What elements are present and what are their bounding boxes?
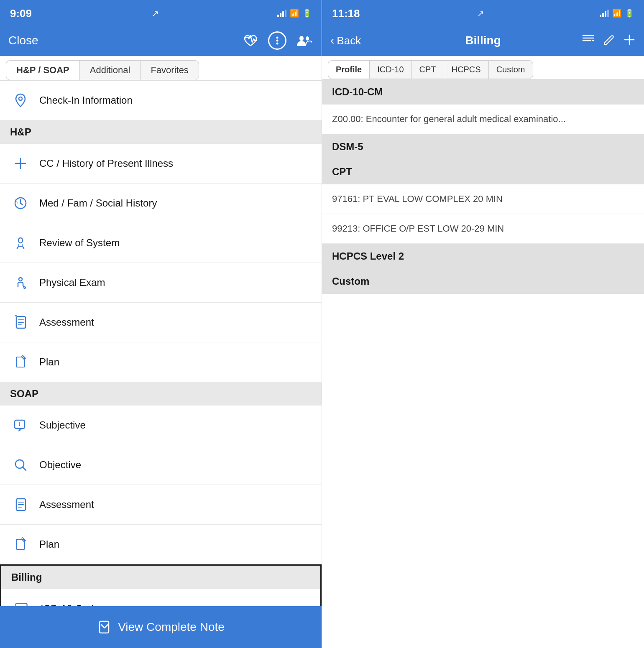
left-status-bar: 9:09 ↗ 📶 🔋 [0,0,322,25]
contacts-icon[interactable] [295,31,313,50]
review-system-label: Review of System [39,237,120,249]
assessment-soap-label: Assessment [39,499,94,510]
assessment-hp-label: Assessment [39,316,94,328]
plan-soap-icon [10,534,31,555]
review-system-icon [10,232,31,253]
tab-profile[interactable]: Profile [328,60,369,79]
tab-favorites[interactable]: Favorites [140,60,199,80]
battery-icon: 🔋 [302,9,312,18]
wifi-icon: 📶 [290,9,299,18]
right-time: 11:18 [332,7,360,20]
left-location-arrow-icon: ↗ [152,8,159,18]
billing-content: ICD-10-CM Z00.00: Encounter for general … [322,79,644,648]
view-complete-note-button[interactable]: View Complete Note [0,606,322,648]
svg-point-10 [19,278,22,281]
menu-item-assessment-soap[interactable]: Assessment [0,485,322,525]
svg-text:!: ! [19,421,21,427]
right-nav-icons [581,33,636,48]
cpt-entry-0[interactable]: 97161: PT EVAL LOW COMPLEX 20 MIN [322,184,644,214]
subjective-label: Subjective [39,419,86,431]
menu-item-plan-soap[interactable]: Plan [0,525,322,564]
right-location-arrow-icon: ↗ [477,8,484,18]
menu-item-plan-hp[interactable]: Plan [0,342,322,382]
tab-hcpcs[interactable]: HCPCS [444,60,488,79]
billing-inner: ICD 10 ICD-10 Codes $ Billing [1,589,320,606]
left-panel: 9:09 ↗ 📶 🔋 Close [0,0,322,648]
cpt-entry-1[interactable]: 99213: OFFICE O/P EST LOW 20-29 MIN [322,214,644,244]
objective-label: Objective [39,459,81,471]
plan-hp-icon [10,352,31,372]
icd10-codes-icon: ICD 10 [11,598,32,606]
menu-item-review-system[interactable]: Review of System [0,223,322,263]
location-pin-icon [10,90,31,111]
dsm5-header: DSM-5 [322,134,644,159]
section-header-billing: Billing [1,566,320,589]
close-button[interactable]: Close [8,34,38,47]
tab-icd10[interactable]: ICD-10 [369,60,411,79]
tab-hp-soap[interactable]: H&P / SOAP [6,60,79,80]
left-tabs-bar: H&P / SOAP Additional Favorites [0,56,322,81]
checkin-label: Check-In Information [39,94,133,106]
menu-item-med-fam-social[interactable]: Med / Fam / Social History [0,184,322,223]
add-plus-icon[interactable] [623,33,636,48]
right-tabs-bar: Profile ICD-10 CPT HCPCS Custom [322,56,644,79]
cc-history-icon [10,153,31,174]
right-status-icons: 📶 🔋 [600,9,634,18]
hcpcs-header: HCPCS Level 2 [322,244,644,269]
tab-custom[interactable]: Custom [488,60,533,79]
more-options-icon[interactable] [268,31,286,50]
subjective-icon: ! [10,415,31,436]
right-status-bar: 11:18 ↗ 📶 🔋 [322,0,644,25]
left-nav-bar: Close [0,25,322,56]
right-nav-title: Billing [465,34,501,47]
menu-item-assessment-hp[interactable]: Assessment [0,303,322,342]
icd10-codes-label: ICD-10 Codes [41,603,104,606]
assessment-soap-icon [10,494,31,515]
right-nav-bar: ‹ Back Billing [322,25,644,56]
svg-point-5 [19,97,22,100]
billing-section: Billing ICD 10 ICD-10 Codes [0,564,322,606]
right-panel: 11:18 ↗ 📶 🔋 ‹ Back Billing [322,0,644,648]
tab-cpt[interactable]: CPT [411,60,444,79]
right-wifi-icon: 📶 [612,9,621,18]
svg-point-7 [18,238,23,243]
med-fam-social-icon [10,193,31,214]
section-header-hp: H&P [0,120,322,144]
back-label: Back [337,34,361,47]
checkin-item[interactable]: Check-In Information [0,81,322,120]
icd10cm-header: ICD-10-CM [322,79,644,105]
svg-point-2 [276,43,279,45]
view-complete-note-label: View Complete Note [118,620,225,634]
cc-history-label: CC / History of Present Illness [39,158,173,169]
physical-exam-icon [10,272,31,293]
right-battery-icon: 🔋 [625,9,634,18]
svg-point-3 [299,36,304,41]
edit-pencil-icon[interactable] [603,33,616,48]
signal-bars-icon [277,10,286,17]
assessment-hp-icon [10,312,31,333]
back-button[interactable]: ‹ Back [330,34,361,47]
cpt-header: CPT [322,159,644,184]
heart-rate-icon[interactable] [241,31,260,50]
svg-point-1 [276,40,279,42]
objective-icon [10,454,31,475]
icd10cm-entry-0[interactable]: Z00.00: Encounter for general adult medi… [322,105,644,134]
plan-hp-label: Plan [39,356,59,368]
menu-item-physical-exam[interactable]: Physical Exam [0,263,322,303]
left-status-icons: 📶 🔋 [277,9,312,18]
plan-soap-label: Plan [39,538,59,550]
custom-header: Custom [322,269,644,294]
left-menu-list: Check-In Information H&P CC / History of… [0,81,322,606]
tab-additional[interactable]: Additional [79,60,141,80]
svg-point-4 [306,36,309,41]
list-icon[interactable] [581,34,595,47]
svg-point-11 [24,287,26,288]
menu-item-cc-history[interactable]: CC / History of Present Illness [0,144,322,184]
section-header-soap: SOAP [0,382,322,406]
menu-item-subjective[interactable]: ! Subjective [0,406,322,445]
physical-exam-label: Physical Exam [39,277,105,288]
med-fam-social-label: Med / Fam / Social History [39,197,157,209]
menu-item-icd10-codes[interactable]: ICD 10 ICD-10 Codes [1,589,320,606]
back-chevron-icon: ‹ [330,34,334,47]
menu-item-objective[interactable]: Objective [0,445,322,485]
